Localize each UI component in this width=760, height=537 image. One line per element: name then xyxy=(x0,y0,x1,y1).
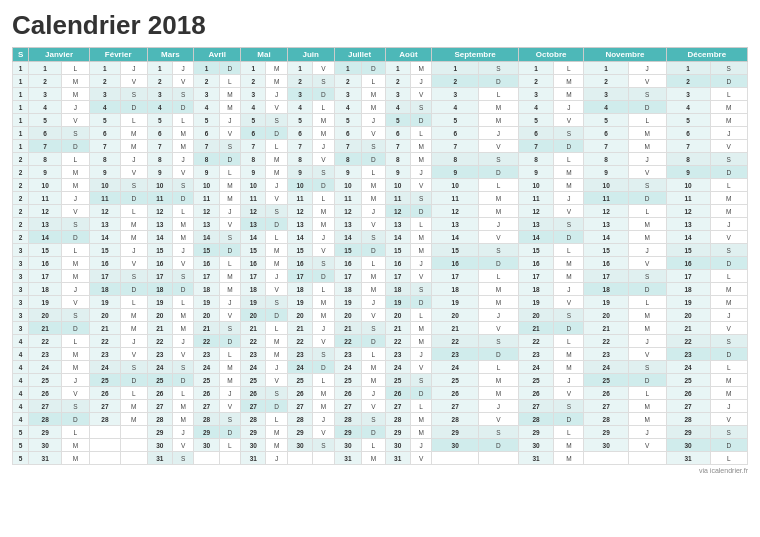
day-number: 4 xyxy=(385,101,410,114)
day-letter: M xyxy=(121,140,148,153)
page: Calendrier 2018 S Janvier Février Mars A… xyxy=(0,0,760,537)
day-letter: M xyxy=(554,166,584,179)
day-letter: M xyxy=(266,166,287,179)
day-letter: M xyxy=(121,400,148,413)
day-number: 8 xyxy=(584,153,628,166)
day-letter: J xyxy=(121,244,148,257)
day-letter: M xyxy=(266,335,287,348)
day-letter: D xyxy=(172,374,193,387)
day-number: 30 xyxy=(334,439,362,452)
day-letter: M xyxy=(710,114,747,127)
day-number: 19 xyxy=(29,296,62,309)
day-number: 7 xyxy=(89,140,120,153)
day-number: 4 xyxy=(334,101,362,114)
day-letter: V xyxy=(266,374,287,387)
day-number: 28 xyxy=(385,413,410,426)
day-letter: M xyxy=(313,387,334,400)
day-number: 26 xyxy=(89,387,120,400)
day-number: 25 xyxy=(287,374,312,387)
day-letter: D xyxy=(628,192,666,205)
day-number: 30 xyxy=(432,439,479,452)
day-number: 30 xyxy=(385,439,410,452)
day-letter: D xyxy=(554,413,584,426)
day-number: 3 xyxy=(518,88,554,101)
day-letter: L xyxy=(219,166,240,179)
day-letter: S xyxy=(628,270,666,283)
day-number: 15 xyxy=(241,244,266,257)
day-number: 25 xyxy=(385,374,410,387)
day-number: 8 xyxy=(432,153,479,166)
day-letter: V xyxy=(219,400,240,413)
day-number: 29 xyxy=(518,426,554,439)
day-letter: L xyxy=(479,270,519,283)
day-letter: V xyxy=(410,88,431,101)
day-number: 24 xyxy=(432,361,479,374)
day-number: 14 xyxy=(432,231,479,244)
day-letter: L xyxy=(313,283,334,296)
day-number: 4 xyxy=(194,101,219,114)
day-letter: S xyxy=(410,283,431,296)
day-number: 23 xyxy=(518,348,554,361)
day-number: 26 xyxy=(287,387,312,400)
day-number: 18 xyxy=(385,283,410,296)
day-letter: M xyxy=(172,127,193,140)
header-avril: Avril xyxy=(194,48,241,62)
day-number: 7 xyxy=(287,140,312,153)
day-letter: M xyxy=(219,283,240,296)
day-letter: J xyxy=(266,452,287,465)
empty-letter xyxy=(628,452,666,465)
day-number: 30 xyxy=(518,439,554,452)
day-number: 16 xyxy=(194,257,219,270)
header-septembre: Septembre xyxy=(432,48,518,62)
day-number: 28 xyxy=(89,413,120,426)
week-number: 1 xyxy=(13,88,29,101)
day-letter: M xyxy=(172,140,193,153)
day-number: 29 xyxy=(385,426,410,439)
day-number: 24 xyxy=(147,361,172,374)
day-number: 17 xyxy=(385,270,410,283)
day-letter: S xyxy=(710,426,747,439)
day-number: 26 xyxy=(29,387,62,400)
day-number: 5 xyxy=(518,114,554,127)
day-letter: L xyxy=(362,439,385,452)
day-number: 2 xyxy=(518,75,554,88)
day-number: 13 xyxy=(518,218,554,231)
day-letter: J xyxy=(479,309,519,322)
day-letter: V xyxy=(410,270,431,283)
day-letter: M xyxy=(554,270,584,283)
day-letter: M xyxy=(62,439,90,452)
day-letter: V xyxy=(410,452,431,465)
week-number: 2 xyxy=(13,179,29,192)
day-letter: D xyxy=(121,101,148,114)
day-number: 3 xyxy=(241,88,266,101)
day-letter: M xyxy=(479,374,519,387)
day-letter: J xyxy=(479,400,519,413)
day-letter: V xyxy=(410,179,431,192)
day-letter: S xyxy=(710,244,747,257)
day-letter: V xyxy=(479,413,519,426)
day-letter: L xyxy=(62,244,90,257)
day-number: 30 xyxy=(147,439,172,452)
day-number: 20 xyxy=(666,309,710,322)
empty-day xyxy=(89,439,120,452)
day-letter: M xyxy=(62,75,90,88)
day-letter: D xyxy=(62,413,90,426)
day-letter: J xyxy=(410,348,431,361)
day-number: 25 xyxy=(334,374,362,387)
day-letter: S xyxy=(710,62,747,75)
day-number: 1 xyxy=(432,62,479,75)
day-letter: J xyxy=(554,101,584,114)
day-number: 22 xyxy=(241,335,266,348)
day-letter: M xyxy=(554,257,584,270)
day-number: 5 xyxy=(241,114,266,127)
day-number: 9 xyxy=(518,166,554,179)
day-letter: V xyxy=(410,361,431,374)
day-number: 17 xyxy=(287,270,312,283)
header-decembre: Décembre xyxy=(666,48,747,62)
day-letter: L xyxy=(313,192,334,205)
day-letter: L xyxy=(62,153,90,166)
day-number: 18 xyxy=(29,283,62,296)
week-number: 1 xyxy=(13,101,29,114)
day-number: 15 xyxy=(287,244,312,257)
day-number: 5 xyxy=(584,114,628,127)
